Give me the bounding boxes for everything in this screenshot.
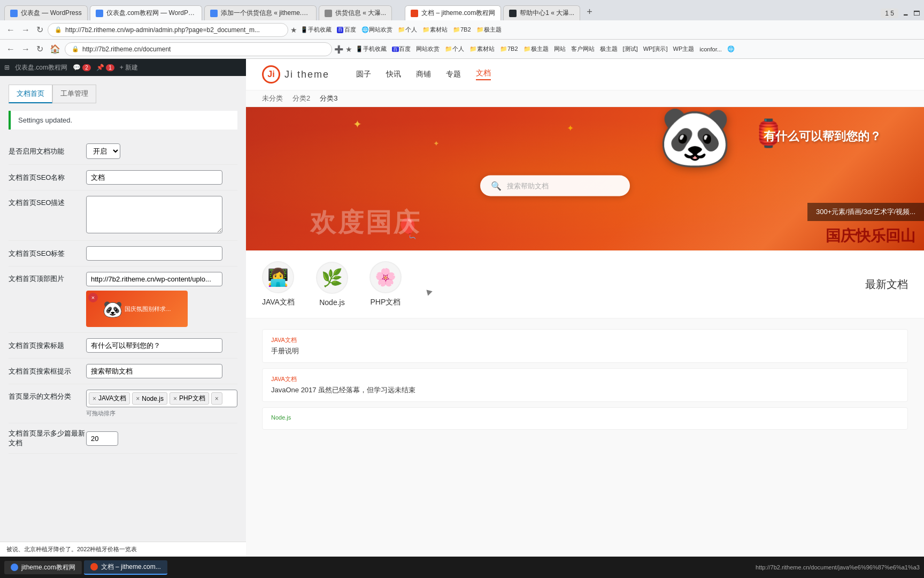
tag-remove-extra[interactable]: ×: [215, 395, 219, 402]
bm-star-2[interactable]: ★: [345, 45, 352, 54]
comments-badge[interactable]: 💬 2: [73, 64, 91, 71]
tag-remove-nodejs[interactable]: ×: [136, 395, 140, 402]
bookmark-wangzhan[interactable]: 🌐网站欢赏: [359, 25, 395, 35]
bm-test[interactable]: [测试]: [621, 44, 640, 54]
input-seo-name[interactable]: [86, 170, 222, 185]
window-minimize[interactable]: 🗕: [903, 10, 909, 17]
bm-7b2-2[interactable]: 📁7B2: [498, 44, 520, 54]
tag-java[interactable]: × JAVA文档: [89, 392, 130, 405]
back-button-1[interactable]: ←: [4, 23, 17, 37]
textarea-seo-desc[interactable]: [86, 196, 222, 233]
bm-phone-2[interactable]: 📱手机收藏: [353, 44, 389, 54]
nav-item-shangpu[interactable]: 商铺: [416, 70, 431, 79]
sub-nav-weifenlei[interactable]: 未分类: [262, 94, 283, 103]
input-top-image[interactable]: [86, 272, 222, 286]
bookmark-baidu[interactable]: 百百度: [335, 25, 358, 35]
category-java[interactable]: 👩‍💻 JAVA文档: [262, 261, 295, 307]
hero-promo-banner[interactable]: 300+元素/插画/3d/艺术字/视频...: [807, 203, 924, 221]
add-tab-icon[interactable]: ➕: [334, 45, 343, 54]
forward-button-1[interactable]: →: [19, 23, 32, 37]
bm-iconfont[interactable]: iconfor...: [697, 45, 724, 54]
bm-wangzhan2[interactable]: 网站: [552, 44, 568, 54]
input-latest-count[interactable]: [86, 431, 118, 446]
website-preview: Ji Ji theme 圆子 快讯 商铺 专题 文档 未分类: [246, 59, 924, 557]
label-latest-count: 文档首页显示多少篇最新文档: [9, 429, 86, 448]
browser-tab-3[interactable]: 添加一个供货信息 « jitheme.com教程网 —: [204, 5, 317, 20]
browser-tab-5[interactable]: 文档 – jitheme.com教程网: [405, 5, 501, 20]
sub-nav-cat3[interactable]: 分类3: [320, 94, 337, 103]
bm-globe[interactable]: 🌐: [725, 44, 737, 54]
address-bar-1[interactable]: 🔒 http://7b2.ritheme.cn/wp-admin/admin.p…: [48, 23, 288, 37]
nav-item-kuaixun[interactable]: 快讯: [386, 70, 401, 79]
hero-help-text: 有什么可以帮到您的？: [764, 128, 881, 144]
address-bar-2[interactable]: 🔒 http://7b2.ritheme.cn/document: [65, 42, 332, 56]
site-logo[interactable]: Ji Ji theme: [262, 65, 329, 83]
bookmark-sucai[interactable]: 📁素材站: [420, 25, 450, 35]
select-enable-doc[interactable]: 开启 关闭: [86, 143, 120, 159]
browser-tab-2[interactable]: 仪表盘.com教程网 — WordPress: [90, 5, 202, 20]
lock-icon-2: 🔒: [72, 45, 79, 52]
bm-wangzhan-2[interactable]: 网站欢赏: [414, 44, 442, 54]
site-name-link[interactable]: 仪表盘.com教程网: [15, 63, 67, 72]
browser-tab-1[interactable]: 仪表盘 — WordPress: [4, 5, 88, 20]
tags-input-field[interactable]: × JAVA文档 × Node.js × PHP文档: [86, 390, 237, 407]
tag-php[interactable]: × PHP文档: [170, 392, 209, 405]
tab-ticket[interactable]: 工单管理: [52, 85, 96, 103]
reload-button-1[interactable]: ↻: [34, 22, 45, 37]
bookmark-jizhu[interactable]: 📁极主题: [474, 25, 504, 35]
url-text-2: http://7b2.ritheme.cn/document: [82, 45, 171, 53]
sub-nav-cat2[interactable]: 分类2: [292, 94, 310, 103]
window-maximize[interactable]: 🗖: [913, 10, 920, 17]
bm-ji2[interactable]: 极主题: [598, 44, 620, 54]
bm-jizhu-2[interactable]: 📁极主题: [521, 44, 551, 54]
bookmark-star[interactable]: ★: [290, 26, 297, 34]
input-seo-tags[interactable]: [86, 246, 222, 261]
taskbar-item-site[interactable]: 文档 – jitheme.com...: [84, 560, 167, 575]
wp-favicon-3: [210, 10, 218, 17]
forward-button-2[interactable]: →: [19, 42, 32, 56]
bm-personal-2[interactable]: 📁个人: [443, 44, 466, 54]
bookmark-7b2[interactable]: 📁7B2: [451, 25, 473, 34]
input-search-placeholder[interactable]: [86, 364, 222, 378]
browser-tab-4[interactable]: 供货信息 « 大瀑...: [319, 5, 392, 20]
bookmark-personal[interactable]: 📁个人: [396, 25, 419, 35]
tag-remove-java[interactable]: ×: [93, 395, 96, 402]
bm-wptheme[interactable]: WP主题: [671, 44, 697, 54]
reload-button-2[interactable]: ↻: [34, 42, 45, 56]
home-button-2[interactable]: 🏠: [48, 42, 63, 56]
delete-image-btn[interactable]: ×: [88, 293, 98, 302]
new-tab-button[interactable]: +: [582, 4, 597, 20]
doc-title-2: JavaOne 2017 虽然已经落幕，但学习远未结束: [271, 385, 899, 395]
doc-item-1[interactable]: JAVA文档 手册说明: [262, 329, 908, 363]
new-button[interactable]: + 新建: [120, 63, 138, 72]
hero-welcome-text: 欢度国庆: [310, 206, 421, 240]
label-seo-tags: 文档首页SEO标签: [9, 249, 86, 258]
tag-remove-php[interactable]: ×: [173, 395, 177, 402]
tab-label-gh: 帮助中心1 « 大瀑...: [520, 9, 574, 18]
browser-tab-gh[interactable]: 帮助中心1 « 大瀑...: [503, 5, 580, 20]
search-box[interactable]: 🔍 搜索帮助文档: [480, 176, 630, 196]
tab-doc-home[interactable]: 文档首页: [9, 85, 52, 103]
taskbar-item-wp[interactable]: jitheme.com教程网: [4, 561, 82, 574]
doc-item-3[interactable]: Node.js: [262, 407, 908, 430]
bm-wp[interactable]: WP[演示]: [641, 44, 670, 54]
tag-nodejs[interactable]: × Node.js: [132, 392, 167, 405]
category-php[interactable]: 🌸 PHP文档: [369, 261, 402, 307]
bm-baidu-2[interactable]: 百百度: [390, 44, 413, 54]
updates-badge[interactable]: 📌 1: [96, 64, 114, 71]
tag-extra[interactable]: ×: [211, 392, 222, 405]
nav-item-wendang[interactable]: 文档: [476, 69, 491, 80]
back-button-2[interactable]: ←: [4, 42, 17, 56]
bm-kh[interactable]: 客户网站: [569, 44, 597, 54]
nav-item-zhuanti[interactable]: 专题: [446, 70, 461, 79]
category-nodejs[interactable]: 🌿 Node.js: [316, 262, 348, 307]
window-number: 1 5: [881, 9, 898, 18]
label-seo-name: 文档首页SEO名称: [9, 173, 86, 182]
nav-item-yuanzi[interactable]: 圆子: [356, 70, 371, 79]
bookmark-phone[interactable]: 📱手机收藏: [298, 25, 334, 35]
bm-sucai-2[interactable]: 📁素材站: [467, 44, 497, 54]
sub-nav: 未分类 分类2 分类3: [246, 90, 924, 107]
input-search-title[interactable]: [86, 338, 222, 353]
label-show-cats: 首页显示的文档分类: [9, 390, 86, 401]
doc-item-2[interactable]: JAVA文档 JavaOne 2017 虽然已经落幕，但学习远未结束: [262, 368, 908, 402]
